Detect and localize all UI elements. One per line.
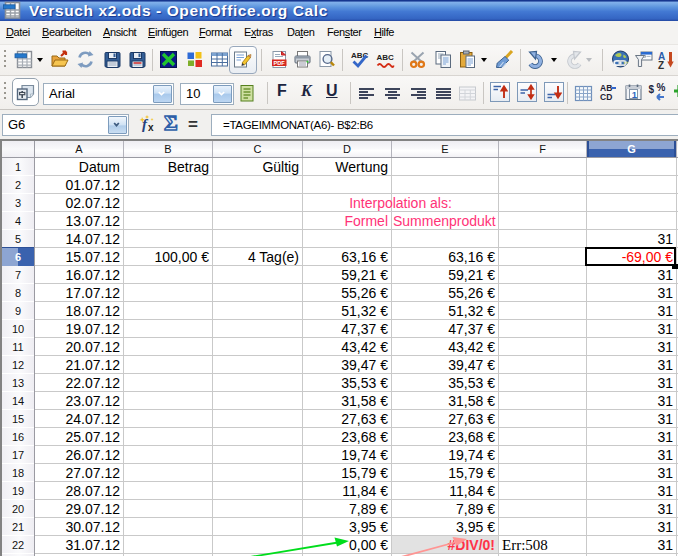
- svg-text:ABC: ABC: [377, 53, 395, 62]
- svg-text:CD: CD: [600, 92, 612, 102]
- svg-text:$: $: [649, 84, 655, 95]
- svg-text:Z: Z: [658, 60, 664, 70]
- svg-text:1: 1: [632, 89, 638, 100]
- svg-text:PDF: PDF: [274, 60, 286, 66]
- svg-text:Σ: Σ: [164, 113, 178, 135]
- svg-text:x: x: [148, 122, 154, 133]
- svg-text:%: %: [657, 83, 666, 93]
